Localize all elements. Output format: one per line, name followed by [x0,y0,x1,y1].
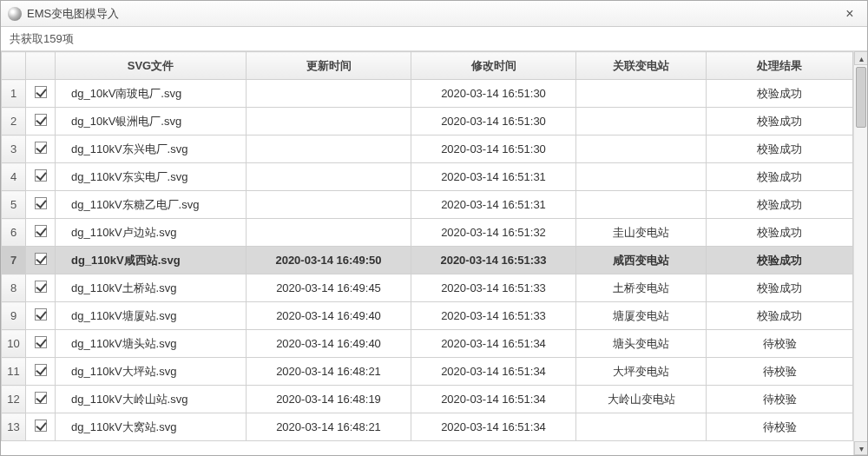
checkbox-icon[interactable] [35,253,47,265]
table-row[interactable]: 9dg_110kV塘厦站.svg2020-03-14 16:49:402020-… [2,302,853,330]
checkbox-icon[interactable] [35,197,47,209]
row-checkbox-cell[interactable] [26,135,56,163]
row-checkbox-cell[interactable] [26,108,56,135]
cell-modify-time: 2020-03-14 16:51:32 [411,219,576,247]
cell-modify-time: 2020-03-14 16:51:33 [411,302,576,330]
cell-result: 待校验 [707,413,853,441]
window-title: EMS变电图模导入 [27,6,839,22]
row-number: 13 [2,413,26,441]
cell-related-station [576,108,707,135]
table-row[interactable]: 2dg_10kV银洲电厂.svg2020-03-14 16:51:30校验成功 [2,108,853,135]
cell-related-station: 塘头变电站 [576,330,707,358]
cell-result: 校验成功 [707,219,853,247]
cell-update-time: 2020-03-14 16:49:40 [247,330,411,358]
scroll-down-button[interactable]: ▾ [854,441,867,455]
table-row[interactable]: 5dg_110kV东糖乙电厂.svg2020-03-14 16:51:31校验成… [2,191,853,219]
checkbox-icon[interactable] [35,114,47,126]
cell-modify-time: 2020-03-14 16:51:34 [411,413,576,441]
table-row[interactable]: 3dg_110kV东兴电厂.svg2020-03-14 16:51:30校验成功 [2,135,853,163]
checkbox-icon[interactable] [35,364,47,376]
cell-related-station: 大岭山变电站 [576,386,707,413]
table-row[interactable]: 13dg_110kV大窝站.svg2020-03-14 16:48:212020… [2,413,853,441]
cell-update-time: 2020-03-14 16:48:21 [247,358,411,386]
col-rownum[interactable] [2,52,26,80]
row-checkbox-cell[interactable] [26,413,56,441]
table-row[interactable]: 11dg_110kV大坪站.svg2020-03-14 16:48:212020… [2,358,853,386]
row-checkbox-cell[interactable] [26,386,56,413]
titlebar: EMS变电图模导入 × [1,1,867,27]
cell-modify-time: 2020-03-14 16:51:34 [411,386,576,413]
table-row[interactable]: 12dg_110kV大岭山站.svg2020-03-14 16:48:19202… [2,386,853,413]
col-result[interactable]: 处理结果 [707,52,853,80]
col-check[interactable] [26,52,56,80]
cell-related-station [576,80,707,108]
col-svg-file[interactable]: SVG文件 [56,52,247,80]
row-checkbox-cell[interactable] [26,302,56,330]
checkbox-icon[interactable] [35,225,47,237]
cell-svg-file: dg_110kV塘厦站.svg [56,302,247,330]
cell-svg-file: dg_110kV塘头站.svg [56,330,247,358]
row-checkbox-cell[interactable] [26,163,56,191]
row-number: 11 [2,358,26,386]
cell-result: 待校验 [707,330,853,358]
cell-result: 校验成功 [707,274,853,302]
cell-modify-time: 2020-03-14 16:51:31 [411,163,576,191]
vertical-scrollbar[interactable]: ▴ ▾ [853,51,867,455]
cell-modify-time: 2020-03-14 16:51:30 [411,135,576,163]
scroll-up-button[interactable]: ▴ [854,51,867,65]
cell-update-time [247,219,411,247]
table-row[interactable]: 8dg_110kV土桥站.svg2020-03-14 16:49:452020-… [2,274,853,302]
col-update-time[interactable]: 更新时间 [247,52,411,80]
row-number: 12 [2,386,26,413]
checkbox-icon[interactable] [35,420,47,432]
row-number: 9 [2,302,26,330]
table-row[interactable]: 1dg_10kV南玻电厂.svg2020-03-14 16:51:30校验成功 [2,80,853,108]
table-row[interactable]: 6dg_110kV卢边站.svg2020-03-14 16:51:32圭山变电站… [2,219,853,247]
cell-result: 校验成功 [707,80,853,108]
cell-svg-file: dg_10kV南玻电厂.svg [56,80,247,108]
table-row[interactable]: 10dg_110kV塘头站.svg2020-03-14 16:49:402020… [2,330,853,358]
cell-update-time: 2020-03-14 16:49:40 [247,302,411,330]
cell-update-time [247,191,411,219]
row-checkbox-cell[interactable] [26,191,56,219]
cell-update-time: 2020-03-14 16:48:21 [247,413,411,441]
close-button[interactable]: × [839,6,860,22]
cell-result: 校验成功 [707,135,853,163]
col-modify-time[interactable]: 修改时间 [411,52,576,80]
cell-modify-time: 2020-03-14 16:51:30 [411,108,576,135]
col-related-station[interactable]: 关联变电站 [576,52,707,80]
cell-result: 校验成功 [707,191,853,219]
cell-related-station: 土桥变电站 [576,274,707,302]
cell-svg-file: dg_110kV卢边站.svg [56,219,247,247]
cell-svg-file: dg_110kV大岭山站.svg [56,386,247,413]
checkbox-icon[interactable] [35,169,47,182]
row-number: 4 [2,163,26,191]
cell-svg-file: dg_110kV东实电厂.svg [56,163,247,191]
checkbox-icon[interactable] [35,308,47,321]
cell-result: 校验成功 [707,108,853,135]
scroll-thumb[interactable] [856,67,866,128]
cell-modify-time: 2020-03-14 16:51:33 [411,274,576,302]
cell-svg-file: dg_10kV银洲电厂.svg [56,108,247,135]
row-checkbox-cell[interactable] [26,274,56,302]
cell-update-time: 2020-03-14 16:48:19 [247,386,411,413]
checkbox-icon[interactable] [35,392,47,404]
checkbox-icon[interactable] [35,86,47,98]
checkbox-icon[interactable] [35,281,47,293]
row-checkbox-cell[interactable] [26,330,56,358]
row-checkbox-cell[interactable] [26,247,56,274]
table-row[interactable]: 4dg_110kV东实电厂.svg2020-03-14 16:51:31校验成功 [2,163,853,191]
cell-related-station: 圭山变电站 [576,219,707,247]
cell-modify-time: 2020-03-14 16:51:34 [411,330,576,358]
row-checkbox-cell[interactable] [26,80,56,108]
cell-update-time [247,108,411,135]
checkbox-icon[interactable] [35,142,47,154]
cell-modify-time: 2020-03-14 16:51:33 [411,247,576,274]
table-row[interactable]: 7dg_110kV咸西站.svg2020-03-14 16:49:502020-… [2,247,853,274]
row-checkbox-cell[interactable] [26,358,56,386]
cell-result: 校验成功 [707,163,853,191]
row-count-text: 共获取159项 [10,31,74,47]
checkbox-icon[interactable] [35,336,47,348]
row-checkbox-cell[interactable] [26,219,56,247]
table-area: SVG文件 更新时间 修改时间 关联变电站 处理结果 1dg_10kV南玻电厂.… [1,51,867,455]
